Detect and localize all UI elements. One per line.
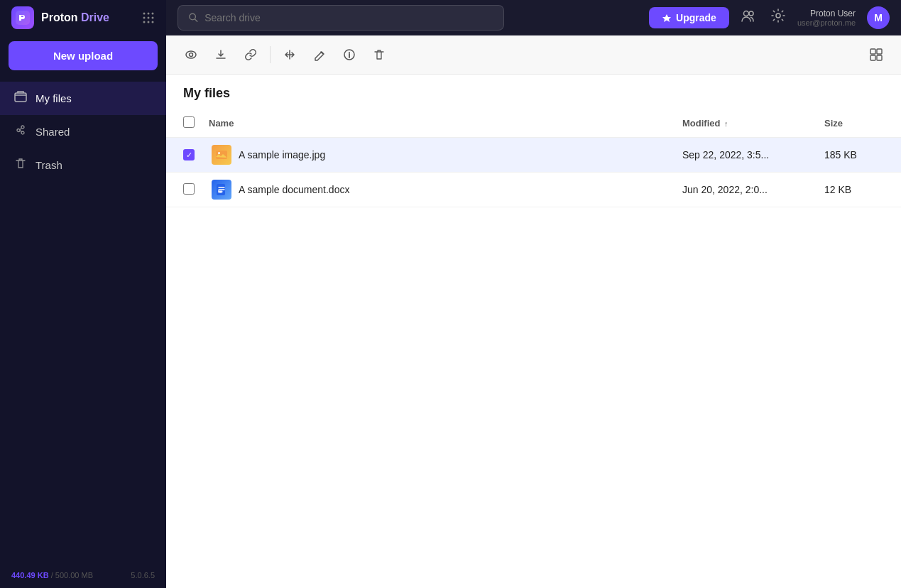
table-row: ✓A sample image.jpgSep 22, 2022, 3:5...1… xyxy=(166,138,901,173)
layout-toggle-button[interactable] xyxy=(863,41,890,68)
svg-text:W: W xyxy=(218,190,222,194)
link-icon xyxy=(244,48,257,61)
view-button[interactable] xyxy=(178,41,204,68)
svg-point-8 xyxy=(148,21,150,23)
new-upload-button[interactable]: New upload xyxy=(9,41,158,70)
file-list: ✓A sample image.jpgSep 22, 2022, 3:5...1… xyxy=(166,138,901,207)
info-icon xyxy=(343,48,356,61)
file-name: A sample document.docx xyxy=(239,184,349,195)
file-name: A sample image.jpg xyxy=(239,149,325,160)
rename-button[interactable] xyxy=(306,41,333,68)
download-button[interactable] xyxy=(207,41,234,68)
page-title: My files xyxy=(166,75,901,109)
delete-button[interactable] xyxy=(366,41,393,68)
user-info: Proton User user@proton.me xyxy=(797,9,856,27)
svg-point-14 xyxy=(776,13,780,18)
avatar[interactable]: M xyxy=(867,6,890,29)
sidebar-footer: 440.49 KB / 500.00 MB 5.0.6.5 xyxy=(0,562,166,588)
file-size: 12 KB xyxy=(816,173,901,207)
sidebar-item-trash[interactable]: Trash xyxy=(0,148,166,182)
svg-rect-19 xyxy=(877,49,882,54)
file-area: My files Name Modified ↑ Size xyxy=(166,75,901,588)
size-column-header[interactable]: Size xyxy=(816,109,901,138)
settings-icon[interactable] xyxy=(768,5,789,30)
file-modified: Jun 20, 2022, 2:0... xyxy=(674,173,816,207)
svg-point-7 xyxy=(143,21,146,23)
proton-logo-icon xyxy=(11,6,34,29)
shared-icon xyxy=(14,124,27,140)
select-all-checkbox[interactable] xyxy=(183,116,195,128)
logo-area: Proton Drive xyxy=(0,0,166,36)
share-users-icon[interactable] xyxy=(738,5,759,30)
sidebar-item-my-files[interactable]: My files xyxy=(0,82,166,115)
file-modified: Sep 22, 2022, 3:5... xyxy=(674,138,816,173)
file-table: Name Modified ↑ Size ✓A sample image.jpg… xyxy=(166,109,901,207)
layout-icon xyxy=(869,48,883,62)
search-icon xyxy=(188,12,199,23)
info-button[interactable] xyxy=(336,41,363,68)
svg-rect-21 xyxy=(877,55,882,60)
move-button[interactable] xyxy=(276,41,303,68)
svg-point-4 xyxy=(143,17,146,19)
svg-rect-20 xyxy=(870,55,875,60)
svg-point-12 xyxy=(743,11,748,16)
storage-used: 440.49 KB xyxy=(11,571,49,579)
main-content: Upgrade Proton User user@proton.me M xyxy=(166,0,901,588)
rename-icon xyxy=(313,48,326,61)
sidebar: Proton Drive New upload My files Shared xyxy=(0,0,166,588)
move-icon xyxy=(283,48,296,61)
app-version: 5.0.6.5 xyxy=(131,571,155,579)
file-checkbox-checked[interactable]: ✓ xyxy=(183,149,195,160)
my-files-icon xyxy=(14,90,27,107)
svg-point-9 xyxy=(152,21,154,23)
user-email: user@proton.me xyxy=(797,18,856,27)
svg-point-5 xyxy=(148,17,150,19)
select-all-header[interactable] xyxy=(166,109,203,138)
sort-arrow: ↑ xyxy=(724,119,728,128)
grid-icon[interactable] xyxy=(142,11,155,24)
upgrade-button[interactable]: Upgrade xyxy=(649,7,729,28)
sidebar-item-label: My files xyxy=(36,92,72,104)
img-file-icon xyxy=(212,145,231,165)
toolbar xyxy=(166,36,901,75)
svg-point-15 xyxy=(186,51,196,58)
svg-point-16 xyxy=(190,53,193,57)
user-name: Proton User xyxy=(810,9,856,18)
sidebar-item-label: Trash xyxy=(36,159,62,171)
sidebar-nav: My files Shared Trash xyxy=(0,82,166,182)
download-icon xyxy=(214,48,227,61)
name-column-header[interactable]: Name xyxy=(203,109,674,138)
delete-icon xyxy=(373,48,386,61)
sidebar-item-shared[interactable]: Shared xyxy=(0,115,166,148)
file-size: 185 KB xyxy=(816,138,901,173)
svg-point-23 xyxy=(218,152,220,154)
svg-point-1 xyxy=(143,13,146,15)
search-box[interactable] xyxy=(178,5,504,31)
svg-rect-18 xyxy=(870,49,875,54)
svg-point-3 xyxy=(152,13,154,15)
table-row: WA sample document.docxJun 20, 2022, 2:0… xyxy=(166,173,901,207)
modified-column-header[interactable]: Modified ↑ xyxy=(674,109,816,138)
svg-point-6 xyxy=(152,17,154,19)
svg-point-13 xyxy=(749,11,753,16)
sidebar-item-label: Shared xyxy=(36,126,70,138)
trash-icon xyxy=(14,157,27,173)
storage-total: 500.00 MB xyxy=(55,571,93,579)
doc-file-icon: W xyxy=(212,180,231,200)
svg-rect-22 xyxy=(216,151,227,159)
topbar-right: Upgrade Proton User user@proton.me M xyxy=(649,5,890,30)
svg-rect-10 xyxy=(15,93,26,102)
link-button[interactable] xyxy=(237,41,264,68)
toolbar-divider-1 xyxy=(270,46,271,63)
file-checkbox[interactable] xyxy=(183,183,195,195)
app-title: Proton Drive xyxy=(41,11,109,24)
view-icon xyxy=(185,48,197,61)
svg-point-2 xyxy=(148,13,150,15)
search-input[interactable] xyxy=(204,12,493,23)
topbar: Upgrade Proton User user@proton.me M xyxy=(166,0,901,36)
upgrade-icon xyxy=(662,13,672,23)
